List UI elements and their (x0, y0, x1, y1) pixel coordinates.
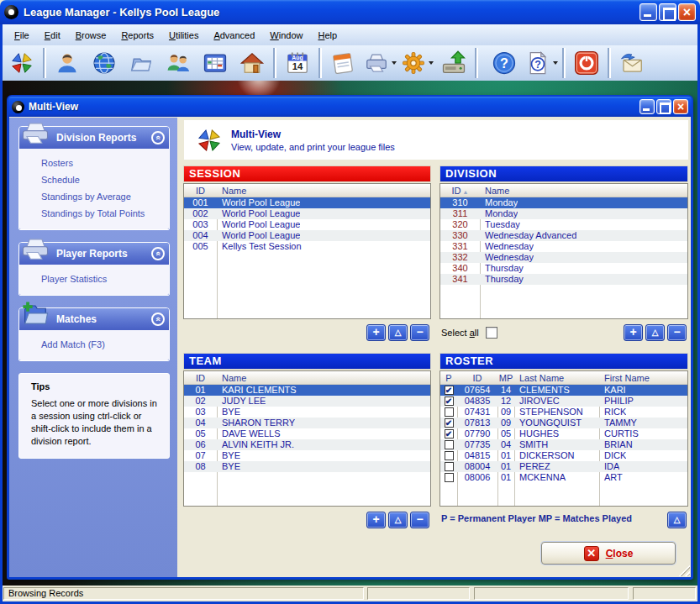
delete-team-button[interactable]: − (410, 512, 429, 528)
session-list[interactable]: ID Name 001World Pool League002World Poo… (183, 183, 431, 319)
table-row[interactable]: 340Thursday (440, 263, 687, 274)
close-button[interactable] (678, 3, 696, 21)
table-row[interactable]: 0773504SMITHBRIAN (440, 439, 687, 450)
table-row[interactable]: 331Wednesday (440, 241, 687, 252)
permanent-player-checkbox[interactable]: ✔ (445, 418, 454, 428)
sidebar-item-schedule[interactable]: Schedule (41, 171, 166, 188)
table-row[interactable]: 320Tuesday (440, 219, 687, 230)
maximize-button[interactable] (659, 3, 676, 21)
menu-item-reports[interactable]: Reports (113, 28, 161, 43)
table-row[interactable]: 341Thursday (440, 274, 687, 285)
group-header-division-reports[interactable]: Division Reports « (19, 127, 169, 149)
column-header-id[interactable]: ID (457, 373, 497, 383)
add-team-button[interactable]: + (366, 512, 386, 528)
table-row[interactable]: 001World Pool League (184, 197, 430, 208)
menu-item-utilities[interactable]: Utilities (161, 28, 206, 43)
table-row[interactable]: 03BYE (184, 407, 430, 418)
email-button[interactable] (614, 48, 650, 78)
session-column-headers[interactable]: ID Name (184, 184, 430, 197)
table-row[interactable]: 08BYE (184, 461, 430, 472)
sidebar-item-standings-by-average[interactable]: Standings by Average (41, 188, 166, 205)
add-division-button[interactable]: + (624, 324, 643, 341)
add-session-button[interactable]: + (366, 324, 386, 341)
table-row[interactable]: ✔0765414CLEMENTSKARI (440, 385, 687, 396)
calendar-button[interactable]: Aug 14 (280, 48, 315, 78)
players-button[interactable] (161, 48, 196, 78)
table-row[interactable]: 04SHARON TERRY (184, 418, 430, 428)
sidebar-item-standings-by-total-points[interactable]: Standings by Total Points (41, 205, 166, 222)
table-row[interactable]: 02JUDY LEE (184, 396, 430, 407)
collapse-chevron-icon[interactable]: « (151, 131, 165, 144)
table-row[interactable]: 004World Pool League (184, 230, 430, 241)
table-row[interactable]: 07BYE (184, 450, 430, 461)
table-row[interactable]: 330Wednesday Advanced (440, 230, 687, 241)
edit-session-button[interactable]: △ (388, 324, 408, 341)
table-row[interactable]: 0481501DICKERSONDICK (440, 450, 687, 461)
edit-division-button[interactable]: △ (645, 324, 665, 341)
close-multiview-button[interactable]: ✕ Close (541, 542, 676, 565)
table-row[interactable]: 005Kellys Test Session (184, 241, 430, 252)
team-column-headers[interactable]: ID Name (184, 371, 430, 385)
column-header-id[interactable]: ID (184, 186, 217, 196)
multiview-minimize-button[interactable] (639, 99, 655, 114)
table-row[interactable]: 002World Pool League (184, 208, 430, 219)
edit-team-button[interactable]: △ (388, 512, 408, 528)
print-dropdown-arrow[interactable] (392, 61, 397, 65)
table-row[interactable]: 0800601MCKENNAART (440, 472, 687, 483)
help-topics-button[interactable]: ? (524, 48, 559, 78)
open-league-button[interactable] (124, 48, 159, 78)
permanent-player-checkbox[interactable]: ✔ (445, 386, 454, 395)
menu-item-advanced[interactable]: Advanced (206, 28, 262, 43)
column-header-p[interactable]: P (440, 373, 457, 383)
minimize-button[interactable] (639, 3, 657, 21)
edit-roster-button[interactable]: △ (667, 512, 687, 528)
column-header-lastname[interactable]: Last Name (514, 373, 599, 383)
table-row[interactable]: ✔0779005HUGHESCURTIS (440, 428, 687, 439)
backup-button[interactable] (436, 48, 471, 78)
roster-list[interactable]: P ID MP Last Name First Name ✔0765414CLE… (439, 370, 688, 507)
select-all-checkbox[interactable] (486, 327, 497, 339)
member-button[interactable] (50, 48, 85, 78)
division-list[interactable]: ID▲ Name 310Monday311Monday320Tuesday330… (439, 183, 688, 319)
column-header-mp[interactable]: MP (497, 373, 514, 383)
menu-item-browse[interactable]: Browse (68, 28, 114, 43)
notes-button[interactable] (325, 48, 361, 78)
multiview-maximize-button[interactable] (656, 99, 671, 114)
sidebar-item-player-statistics[interactable]: Player Statistics (41, 270, 166, 287)
permanent-player-checkbox[interactable] (445, 462, 454, 471)
delete-division-button[interactable]: − (667, 324, 687, 341)
help-dropdown-arrow[interactable] (553, 61, 558, 65)
multi-view-button[interactable] (4, 48, 39, 78)
menu-item-help[interactable]: Help (310, 28, 345, 43)
settings-dropdown-arrow[interactable] (429, 61, 434, 65)
sidebar-item-add-match-f3-[interactable]: Add Match (F3) (41, 336, 166, 353)
table-row[interactable]: ✔0483512JIROVECPHILIP (440, 396, 687, 407)
collapse-chevron-icon[interactable]: « (151, 313, 165, 326)
group-header-player-reports[interactable]: Player Reports « (19, 243, 169, 265)
sidebar-item-rosters[interactable]: Rosters (41, 155, 166, 171)
permanent-player-checkbox[interactable] (445, 407, 454, 417)
help-button[interactable]: ? (487, 48, 522, 78)
permanent-player-checkbox[interactable] (445, 473, 454, 482)
settings-button[interactable] (399, 48, 434, 78)
roster-column-headers[interactable]: P ID MP Last Name First Name (440, 371, 687, 385)
permanent-player-checkbox[interactable] (445, 451, 454, 460)
menu-item-edit[interactable]: Edit (37, 28, 68, 43)
menu-item-file[interactable]: File (7, 28, 37, 43)
table-row[interactable]: 003World Pool League (184, 219, 430, 230)
menu-item-window[interactable]: Window (262, 28, 310, 43)
group-header-matches[interactable]: Matches « (19, 308, 169, 330)
table-row[interactable]: 0800401PEREZIDA (440, 461, 687, 472)
team-list[interactable]: ID Name 01KARI CLEMENTS02JUDY LEE03BYE04… (183, 370, 431, 507)
schedule-button[interactable] (197, 48, 233, 78)
home-button[interactable] (234, 48, 270, 78)
print-button[interactable] (362, 48, 397, 78)
web-button[interactable] (87, 48, 122, 78)
column-header-id[interactable]: ID▲ (440, 186, 480, 196)
table-row[interactable]: 01KARI CLEMENTS (184, 385, 430, 396)
table-row[interactable]: 332Wednesday (440, 252, 687, 263)
column-header-id[interactable]: ID (184, 373, 217, 383)
table-row[interactable]: 0743109STEPHENSONRICK (440, 407, 687, 418)
table-row[interactable]: 310Monday (440, 197, 687, 208)
permanent-player-checkbox[interactable]: ✔ (445, 429, 454, 439)
